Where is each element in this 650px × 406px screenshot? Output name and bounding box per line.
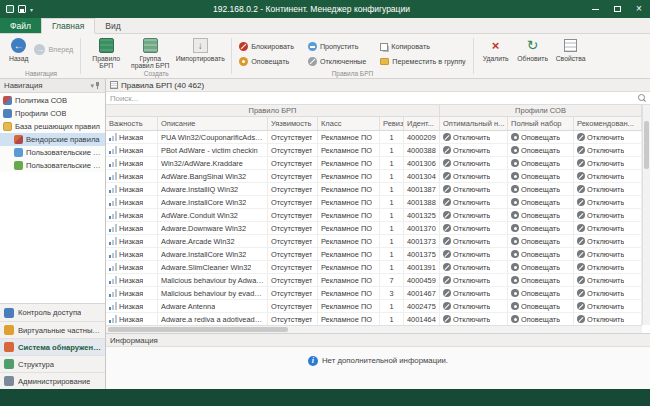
- disable-icon: [577, 146, 585, 154]
- properties-button[interactable]: Свойства: [553, 37, 589, 63]
- bottom-nav-vpn[interactable]: Виртуальные частные сети: [0, 321, 105, 338]
- search-input[interactable]: [106, 94, 638, 103]
- create-rule-group-button[interactable]: Группа правил БРП: [128, 37, 172, 70]
- column-header[interactable]: Уязвимость: [268, 117, 318, 130]
- delete-button[interactable]: × Удалить: [479, 37, 513, 63]
- column-header[interactable]: Идент...: [404, 117, 440, 130]
- table-row[interactable]: НизкаяAdware.Arcade Win32ОтсутствуетРекл…: [106, 235, 642, 248]
- column-header[interactable]: Ревиз...: [380, 117, 404, 130]
- revision-cell: 1: [380, 209, 404, 221]
- table-row[interactable]: НизкаяWin32/AdWare.KraddareОтсутствуетРе…: [106, 157, 642, 170]
- description-cell: Malicious behaviour by Adware.Nava3...: [158, 274, 268, 286]
- table-row[interactable]: НизкаяAdWare.BangSinai Win32ОтсутствуетР…: [106, 170, 642, 183]
- tree-item-label: Вендорские правила: [26, 135, 100, 144]
- table-row[interactable]: НизкаяAdware.Downware Win32ОтсутствуетРе…: [106, 222, 642, 235]
- optimal-profile-cell: Отключить: [440, 183, 508, 195]
- disable-icon: [443, 146, 451, 154]
- create-rule-button[interactable]: Правило БРП: [86, 37, 126, 70]
- vertical-scrollbar[interactable]: [642, 105, 650, 325]
- table-row[interactable]: НизкаяPBot AdWare - victim checkinОтсутс…: [106, 144, 642, 157]
- recommended-profile-cell: Отключить: [574, 170, 642, 182]
- back-button[interactable]: ← Назад: [7, 37, 30, 63]
- tab-home[interactable]: Главная: [41, 18, 95, 34]
- chevron-down-icon[interactable]: ▾: [30, 6, 33, 13]
- tree-item-label: Пользовательские сигнатуры: [26, 161, 102, 170]
- table-row[interactable]: НизкаяMalicious behaviour by Adware.Nava…: [106, 274, 642, 287]
- skip-label: Пропустить: [320, 42, 359, 51]
- description-cell: Adware.Arcade Win32: [158, 235, 268, 247]
- column-header[interactable]: Оптимальный н...: [440, 117, 508, 130]
- bottom-nav-structure[interactable]: Структура: [0, 355, 105, 372]
- table-row[interactable]: НизкаяAdware.SlimCleaner Win32Отсутствуе…: [106, 261, 642, 274]
- rules-list-icon: [110, 81, 118, 89]
- forward-button[interactable]: → Вперед: [32, 43, 75, 56]
- disable-icon: [443, 224, 451, 232]
- table-row[interactable]: НизкаяAdware AntennaОтсутствуетРекламное…: [106, 300, 642, 313]
- maximize-button[interactable]: [606, 0, 628, 18]
- bottom-nav-ids[interactable]: Система обнаружения вторж...: [0, 338, 105, 355]
- column-header[interactable]: Важность: [106, 117, 158, 130]
- move-to-group-button[interactable]: Переместить в группу: [378, 55, 467, 68]
- skip-button[interactable]: Пропустить: [306, 40, 368, 53]
- column-header[interactable]: Класс: [318, 117, 380, 130]
- vulnerability-cell: Отсутствует: [268, 235, 318, 247]
- optimal-profile-cell: Отключить: [440, 261, 508, 273]
- recommended-profile-cell: Отключить: [574, 248, 642, 260]
- refresh-icon: ↻: [527, 38, 539, 53]
- recommended-profile-cell: Отключить: [574, 209, 642, 221]
- app-window: ▾ 192.168.0.2 - Континент. Менеджер конф…: [0, 0, 650, 406]
- alert-icon: [511, 302, 519, 310]
- tree-item-ids-policy[interactable]: Политика СОВ: [0, 94, 105, 107]
- refresh-button[interactable]: ↻ Обновить: [515, 37, 551, 63]
- folder-move-icon: [380, 58, 389, 65]
- table-row[interactable]: НизкаяPUA Win32/CouponarificAds / Win32.…: [106, 131, 642, 144]
- table-row[interactable]: НизкаяAdware.InstallCore Win32Отсутствуе…: [106, 248, 642, 261]
- disabled-button[interactable]: Отключенные: [306, 55, 368, 68]
- tree-item-user-rules[interactable]: Пользовательские правила: [0, 146, 105, 159]
- block-button[interactable]: Блокировать: [237, 40, 296, 53]
- description-cell: Adware.Downware Win32: [158, 222, 268, 234]
- pin-icon[interactable]: [94, 82, 101, 90]
- column-header[interactable]: Рекомендован...: [574, 117, 642, 130]
- alert-icon: [511, 146, 519, 154]
- table-row[interactable]: НизкаяAdware.InstallCore Win32Отсутствуе…: [106, 196, 642, 209]
- bottom-nav-access-control[interactable]: Контроль доступа: [0, 304, 105, 321]
- info-panel-header: Информация: [106, 334, 650, 347]
- importance-bars-icon: [109, 276, 117, 284]
- minimize-button[interactable]: [584, 0, 606, 18]
- tree-item-rules-base[interactable]: База решающих правил: [0, 120, 105, 133]
- importance-cell: Низкая: [106, 144, 158, 156]
- search-icon[interactable]: [638, 94, 646, 102]
- tab-view[interactable]: Вид: [95, 18, 130, 33]
- description-cell: AdWare.Conduit Win32: [158, 209, 268, 221]
- importance-cell: Низкая: [106, 235, 158, 247]
- revision-cell: 1: [380, 157, 404, 169]
- tab-file[interactable]: Файл: [0, 18, 41, 33]
- close-button[interactable]: ×: [628, 0, 650, 18]
- tree-item-ids-profiles[interactable]: Профили СОВ: [0, 107, 105, 120]
- table-row[interactable]: НизкаяMalicious behaviour by evader Adwa…: [106, 287, 642, 300]
- column-header[interactable]: Описание: [158, 117, 268, 130]
- tree-item-user-signatures[interactable]: Пользовательские сигнатуры: [0, 159, 105, 172]
- import-button[interactable]: ↓ Импортировать: [174, 37, 226, 63]
- tree-item-vendor-rules[interactable]: Вендорские правила: [0, 133, 105, 146]
- revision-cell: 1: [380, 222, 404, 234]
- id-cell: 4001387: [404, 183, 440, 195]
- horizontal-scrollbar-thumb[interactable]: [108, 327, 288, 332]
- notify-button[interactable]: Оповещать: [237, 55, 296, 68]
- group-header-rule: Правило БРП: [106, 105, 440, 116]
- info-panel: Информация i Нет дополнительной информац…: [106, 334, 650, 389]
- vulnerability-cell: Отсутствует: [268, 261, 318, 273]
- minimize-icon: [592, 9, 599, 10]
- table-row[interactable]: НизкаяAdWare.Conduit Win32ОтсутствуетРек…: [106, 209, 642, 222]
- revision-cell: 3: [380, 287, 404, 299]
- revision-cell: 1: [380, 144, 404, 156]
- horizontal-scrollbar[interactable]: [106, 325, 642, 333]
- column-header[interactable]: Полный набор: [508, 117, 574, 130]
- table-row[interactable]: НизкаяAdware.InstallIQ Win32ОтсутствуетР…: [106, 183, 642, 196]
- group-label-create: Создать: [81, 70, 231, 77]
- bottom-nav-administration[interactable]: Администрирование: [0, 372, 105, 389]
- vertical-scrollbar-thumb[interactable]: [644, 121, 649, 169]
- save-icon[interactable]: [18, 5, 26, 13]
- copy-button[interactable]: Копировать: [378, 40, 467, 53]
